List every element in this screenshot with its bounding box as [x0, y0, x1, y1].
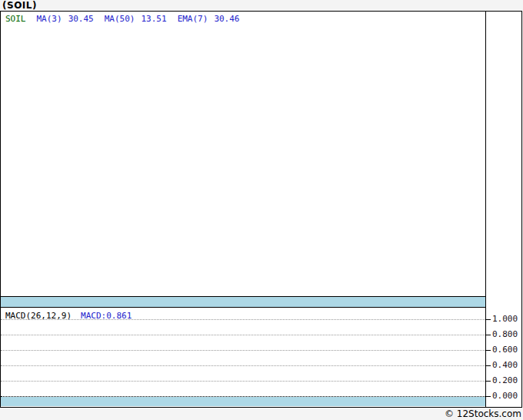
ma3-label: MA(3): [37, 14, 62, 24]
ema7-label: EMA(7): [178, 14, 208, 24]
ema7-value: 30.46: [214, 14, 239, 24]
ma50-label: MA(50): [105, 14, 135, 24]
value-axis-separator-line: [485, 12, 486, 407]
macd-axis-tick-label: 0.200: [492, 375, 518, 386]
macd-axis-tick: [486, 319, 491, 320]
macd-axis-tick: [486, 365, 491, 366]
macd-axis-tick: [486, 335, 491, 335]
macd-gridline-0600: [1, 350, 485, 351]
date-axis-band-bottom: [1, 397, 485, 406]
macd-axis-tick-label: 0.000: [492, 391, 518, 402]
price-pane-legend: SOILMA(3)30.45MA(50)13.51EMA(7)30.46: [5, 14, 251, 24]
ticker-symbol-label: SOIL: [5, 14, 26, 24]
macd-gridline-1000: [1, 319, 485, 320]
macd-gridline-0400: [1, 365, 485, 366]
macd-axis-tick-label: 0.600: [492, 345, 518, 355]
site-credit-link[interactable]: © 12Stocks.com: [445, 408, 521, 419]
ma50-value: 13.51: [142, 14, 167, 24]
macd-axis-tick: [486, 350, 491, 351]
page-title: (SOIL): [2, 0, 37, 11]
chart-frame: SOILMA(3)30.45MA(50)13.51EMA(7)30.46 MAC…: [0, 11, 522, 408]
macd-axis-tick-label: 1.000: [492, 314, 518, 325]
macd-axis-tick: [486, 381, 491, 382]
macd-axis-tick-label: 0.400: [492, 360, 518, 371]
date-axis-band-top: [1, 296, 485, 308]
macd-gridline-0800: [1, 335, 485, 335]
macd-axis-tick-label: 0.800: [492, 329, 518, 340]
macd-axis-tick: [486, 396, 491, 397]
macd-gridline-0200: [1, 381, 485, 382]
ma3-value: 30.45: [68, 14, 94, 24]
stock-chart-screen: (SOIL) SOILMA(3)30.45MA(50)13.51EMA(7)30…: [0, 0, 523, 420]
